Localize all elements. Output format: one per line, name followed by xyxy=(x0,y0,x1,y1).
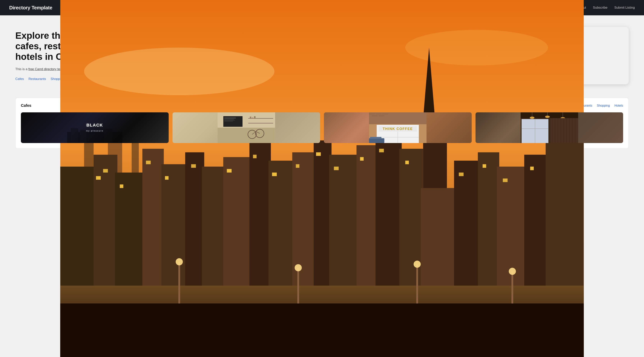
svg-rect-94 xyxy=(376,113,382,114)
svg-rect-60 xyxy=(71,128,78,143)
hero-image xyxy=(544,27,629,84)
svg-rect-76 xyxy=(248,118,273,119)
svg-point-103 xyxy=(545,116,550,118)
svg-rect-112 xyxy=(550,118,578,143)
svg-rect-79 xyxy=(252,117,253,118)
svg-rect-93 xyxy=(369,113,375,114)
svg-rect-96 xyxy=(372,115,378,116)
listing-item[interactable] xyxy=(476,112,623,143)
listing-item[interactable]: THINK COFFEE xyxy=(324,112,472,143)
svg-rect-70 xyxy=(224,120,235,120)
svg-rect-80 xyxy=(254,116,256,118)
svg-rect-0 xyxy=(544,27,584,84)
listing-item[interactable]: BLACKmy pleasure xyxy=(21,112,169,143)
svg-rect-61 xyxy=(80,130,86,143)
svg-rect-95 xyxy=(382,113,388,114)
svg-rect-89 xyxy=(369,138,384,143)
svg-rect-97 xyxy=(378,115,384,116)
svg-rect-78 xyxy=(250,116,251,118)
svg-rect-62 xyxy=(104,129,112,143)
svg-point-101 xyxy=(530,116,534,119)
svg-rect-65 xyxy=(218,128,275,143)
svg-rect-68 xyxy=(224,118,236,118)
svg-rect-71 xyxy=(224,121,233,121)
hero-section: Explore the top stores, cafes, restauran… xyxy=(0,15,644,94)
svg-rect-69 xyxy=(224,119,234,120)
svg-rect-90 xyxy=(370,137,382,139)
listing-item[interactable] xyxy=(172,112,320,143)
svg-rect-77 xyxy=(248,123,273,124)
svg-text:THINK COFFEE: THINK COFFEE xyxy=(383,127,413,131)
